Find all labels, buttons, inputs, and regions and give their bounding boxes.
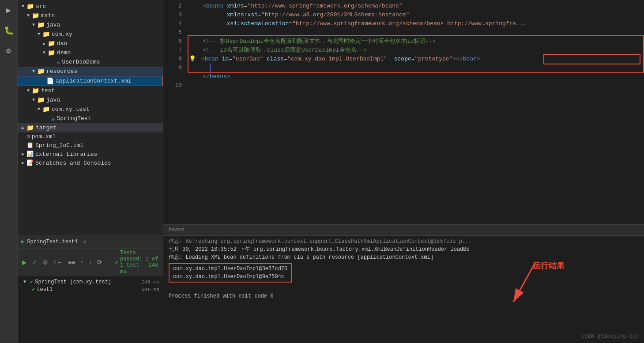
scope-highlight-box bbox=[543, 54, 640, 64]
line-numbers: 2 3 4 5 6 7 8 9 | 10 bbox=[163, 2, 185, 222]
tree-label-scratches: Scratches and Consoles bbox=[35, 160, 111, 166]
up-btn[interactable]: ↑ bbox=[79, 258, 85, 267]
tree-arrow-comxy: ▼ bbox=[35, 32, 42, 37]
tree-arrow-resources: ▼ bbox=[30, 69, 37, 74]
tests-passed-badge: ✔ Tests passed: 1 of 1 test – 246 ms bbox=[115, 250, 160, 275]
tree-item-dao[interactable]: ▶ 📁 dao bbox=[18, 39, 163, 48]
code-line-4: xsi:schemaLocation="http://www.springfra… bbox=[189, 19, 640, 28]
lib-icon: 📊 bbox=[26, 151, 34, 158]
tree-label-demo: demo bbox=[57, 49, 71, 56]
file-tree: ▼ 📁 src ▼ 📁 main ▼ 📁 java ▼ 📁 com.xy ▶ bbox=[18, 0, 163, 235]
tree-arrow-comxytest: ▼ bbox=[35, 107, 42, 112]
run-tab[interactable]: ▶ SpringTest.test1 ✕ bbox=[21, 238, 87, 245]
tree-item-springiociml[interactable]: 📋 Spring_IoC.iml bbox=[18, 141, 163, 150]
tree-item-springtest[interactable]: ☕ SpringTest bbox=[18, 114, 163, 123]
tree-label-applicationcontext: applicationContext.xml bbox=[56, 78, 132, 84]
folder-icon-demo: 📁 bbox=[48, 49, 55, 57]
tree-item-target[interactable]: ▶ 📁 target bbox=[18, 123, 163, 132]
tree-label-comxytest: com.xy.test bbox=[52, 106, 90, 113]
code-line-6: <!-- 将UserDaoImpl全包名配置到配置文件，与此同时给定一个对应全包… bbox=[189, 37, 640, 46]
tree-arrow-scratches: ▶ bbox=[19, 160, 26, 166]
code-line-5 bbox=[189, 28, 640, 37]
debug-icon[interactable]: 🐛 bbox=[2, 24, 15, 37]
tree-label-dao: dao bbox=[57, 40, 67, 47]
run-time-test1: 246 ms bbox=[142, 287, 159, 292]
run-label-springtest: SpringTest (com.xy.test) bbox=[35, 279, 111, 285]
folder-icon-target: 📁 bbox=[26, 124, 34, 132]
console-line-3: 信息: Loading XML bean definitions from cl… bbox=[169, 253, 639, 261]
code-line-3: xmlns:xsi="http://www.w3.org/2001/XMLSch… bbox=[189, 11, 640, 19]
run-toolbar: ▶ ✓ ⊘ ↕↔ ≡≡ ↑ ↓ ⟳ ✔ Tests passed: 1 of 1… bbox=[18, 249, 163, 276]
pom-icon: m bbox=[26, 133, 30, 140]
tree-label-test: test bbox=[41, 87, 55, 94]
iml-icon: 📋 bbox=[26, 142, 34, 149]
console-content[interactable]: 信息: Refreshing org.springframework.conte… bbox=[163, 236, 644, 343]
java-icon-springtest: ☕ bbox=[51, 115, 55, 122]
tree-item-resources[interactable]: ▼ 📁 resources bbox=[18, 67, 163, 76]
xml-icon-applicationcontext: 📄 bbox=[46, 77, 54, 85]
folder-icon-comxytest: 📁 bbox=[42, 106, 50, 113]
editor-wrapper: 2 3 4 5 6 7 8 9 | 10 bbox=[163, 0, 644, 235]
tree-item-comxytest[interactable]: ▼ 📁 com.xy.test bbox=[18, 105, 163, 114]
sidebar: ▼ 📁 src ▼ 📁 main ▼ 📁 java ▼ 📁 com.xy ▶ bbox=[18, 0, 163, 343]
run-tree-test1[interactable]: ✔ test1 246 ms bbox=[18, 286, 163, 293]
stop-btn[interactable]: ⊘ bbox=[41, 258, 50, 267]
run-btn[interactable]: ▶ bbox=[20, 258, 29, 267]
pass-icon-test1: ✔ bbox=[32, 286, 35, 293]
tree-item-comxy[interactable]: ▼ 📁 com.xy bbox=[18, 30, 163, 39]
tree-item-test[interactable]: ▼ 📁 test bbox=[18, 86, 163, 95]
left-sidebar-icons: ▶ 🐛 ⚙ bbox=[0, 0, 18, 343]
console-line-1: 信息: Refreshing org.springframework.conte… bbox=[169, 237, 639, 245]
folder-icon-comxy: 📁 bbox=[42, 30, 50, 38]
pass-icon-springtest: ✔ bbox=[30, 279, 33, 285]
run-time-springtest: 246 ms bbox=[142, 279, 159, 285]
code-area[interactable]: <beans xmlns="http://www.springframework… bbox=[185, 2, 644, 222]
check-btn[interactable]: ✓ bbox=[30, 258, 39, 267]
console-output-box-wrapper: com.xy.dao.impl.UserDaoImpl@3e57cd70 com… bbox=[169, 263, 639, 283]
tree-arrow-main: ▼ bbox=[25, 13, 32, 18]
tree-item-externallibs[interactable]: ▶ 📊 External Libraries bbox=[18, 150, 163, 158]
code-line-2: <beans xmlns="http://www.springframework… bbox=[189, 2, 640, 11]
run-tree-springtest[interactable]: ▼ ✔ SpringTest (com.xy.test) 246 ms bbox=[18, 278, 163, 286]
editor-section: 2 3 4 5 6 7 8 9 | 10 bbox=[163, 0, 644, 235]
tree-label-springtest: SpringTest bbox=[56, 115, 91, 122]
console-line-4: com.xy.dao.impl.UserDaoImpl@3e57cd70 bbox=[173, 265, 287, 273]
tree-label-resources: resources bbox=[46, 68, 77, 75]
tree-item-java2[interactable]: ▼ 📁 java bbox=[18, 95, 163, 105]
folder-icon-resources: 📁 bbox=[37, 68, 45, 75]
rerun-btn[interactable]: ↕↔ bbox=[52, 258, 64, 267]
tree-item-demo[interactable]: ▼ 📁 demo bbox=[18, 48, 163, 57]
tree-arrow-java: ▼ bbox=[30, 23, 37, 27]
editor-content[interactable]: 2 3 4 5 6 7 8 9 | 10 bbox=[163, 0, 644, 224]
tree-item-src[interactable]: ▼ 📁 src bbox=[18, 2, 163, 11]
run-tab-close[interactable]: ✕ bbox=[83, 238, 86, 245]
tree-label-userdaodemo: UserDaoDemo bbox=[62, 59, 100, 65]
tree-item-userdaodemo[interactable]: ☕ UserDaoDemo bbox=[18, 57, 163, 67]
refresh-btn[interactable]: ⟳ bbox=[95, 258, 104, 267]
tree-arrow-externallibs: ▶ bbox=[19, 151, 26, 157]
folder-icon-java: 📁 bbox=[37, 21, 45, 29]
folder-icon-dao: 📁 bbox=[48, 40, 55, 47]
folder-icon-java2: 📁 bbox=[37, 96, 45, 104]
tree-arrow-test: ▼ bbox=[25, 88, 32, 93]
run-label-test1: test1 bbox=[37, 286, 53, 293]
hint-bulb-icon: 💡 bbox=[189, 55, 196, 64]
code-line-9 bbox=[189, 64, 640, 72]
run-tab-bar: ▶ SpringTest.test1 ✕ bbox=[18, 235, 163, 249]
run-icon[interactable]: ▶ bbox=[4, 4, 13, 17]
sort-btn[interactable]: ≡≡ bbox=[66, 258, 77, 267]
tree-label-java2: java bbox=[46, 97, 60, 103]
folder-icon-main: 📁 bbox=[32, 12, 39, 19]
down-btn[interactable]: ↓ bbox=[87, 258, 94, 267]
tree-label-comxy: com.xy bbox=[52, 31, 72, 38]
tree-item-java[interactable]: ▼ 📁 java bbox=[18, 20, 163, 30]
tree-item-main[interactable]: ▼ 📁 main bbox=[18, 11, 163, 20]
settings-icon[interactable]: ⚙ bbox=[4, 44, 13, 57]
tree-item-scratches[interactable]: ▶ 📝 Scratches and Consoles bbox=[18, 158, 163, 167]
run-tree: ▼ ✔ SpringTest (com.xy.test) 246 ms ✔ te… bbox=[18, 276, 163, 343]
console-line-blank bbox=[169, 284, 639, 292]
tree-arrow-java2: ▼ bbox=[30, 98, 37, 102]
tree-item-applicationcontext[interactable]: 📄 applicationContext.xml → bbox=[18, 76, 163, 86]
tree-item-pomxml[interactable]: m pom.xml bbox=[18, 132, 163, 141]
run-arrow-springtest: ▼ bbox=[21, 279, 28, 284]
